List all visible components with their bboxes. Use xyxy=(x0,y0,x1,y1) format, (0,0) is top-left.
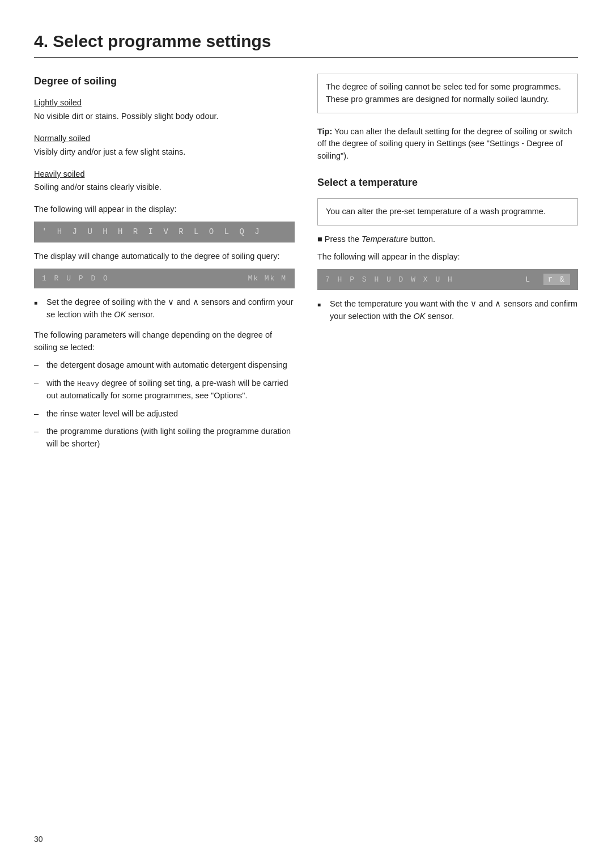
press-temperature-text: ■ Press the Temperature button. xyxy=(317,233,578,246)
page-number: 30 xyxy=(34,833,43,845)
left-column: Degree of soiling Lightly soiled No visi… xyxy=(34,74,295,456)
lightly-soiled-label: Lightly soiled xyxy=(34,97,295,109)
right-column: The degree of soiling cannot be selec te… xyxy=(317,74,578,456)
display-temp-left: 7 H P S H U D W X U H xyxy=(325,274,454,286)
soiling-info-box: The degree of soiling cannot be selec te… xyxy=(317,74,578,113)
ok-italic-1: OK xyxy=(114,310,126,319)
display-bar-temp: 7 H P S H U D W X U H L r & xyxy=(317,269,578,290)
normally-soiled-label: Normally soiled xyxy=(34,133,295,145)
tip-label: Tip: xyxy=(317,127,332,136)
lightly-soiled-block: Lightly soiled No visible dirt or stains… xyxy=(34,97,295,122)
temperature-italic: Temperature xyxy=(362,235,408,244)
normally-soiled-desc: Visibly dirty and/or just a few slight s… xyxy=(34,146,295,158)
display-bar-2: 1 R U P D O Mk Mk M xyxy=(34,269,295,289)
temp-info-box: You can alter the pre-set temperature of… xyxy=(317,198,578,225)
page-title: 4. Select programme settings xyxy=(34,28,578,54)
dash-item-3: the rinse water level will be adjusted xyxy=(34,408,295,420)
following-display-text-right: The following will appear in the display… xyxy=(317,251,578,263)
title-rule xyxy=(34,57,578,58)
dash-list: the detergent dosage amount with automat… xyxy=(34,359,295,450)
display-bar-2-right: Mk Mk M xyxy=(248,273,287,284)
degree-of-soiling-heading: Degree of soiling xyxy=(34,74,295,89)
display-temp-mid: L r & xyxy=(525,274,570,286)
tip-text: Tip: You can alter the default setting f… xyxy=(317,126,578,163)
normally-soiled-block: Normally soiled Visibly dirty and/or jus… xyxy=(34,133,295,158)
temperature-bullet-1: Set the temperature you want with the ∨ … xyxy=(317,298,578,323)
heavily-soiled-label: Heavily soiled xyxy=(34,168,295,181)
dash-item-1: the detergent dosage amount with automat… xyxy=(34,359,295,372)
two-column-layout: Degree of soiling Lightly soiled No visi… xyxy=(34,74,578,456)
display-bar-1: ' H J U H H R I V R L O L Q J xyxy=(34,222,295,242)
soiling-info-box-text: The degree of soiling cannot be selec te… xyxy=(326,82,561,104)
heavy-inline: Heavy xyxy=(77,380,99,388)
lightly-soiled-desc: No visible dirt or stains. Possibly slig… xyxy=(34,110,295,122)
following-display-text-left: The following will appear in the display… xyxy=(34,203,295,216)
dash-item-4: the programme durations (with light soil… xyxy=(34,426,295,450)
display-temp-right: r & xyxy=(543,274,570,285)
select-temperature-heading: Select a temperature xyxy=(317,175,578,190)
ok-italic-2: OK xyxy=(414,312,426,321)
change-text: The display will change automatically to… xyxy=(34,250,295,263)
heavily-soiled-block: Heavily soiled Soiling and/or stains cle… xyxy=(34,168,295,194)
display-bar-2-left: 1 R U P D O xyxy=(42,273,109,284)
temp-info-box-text: You can alter the pre-set temperature of… xyxy=(326,207,546,216)
soiling-bullet-1: Set the degree of soiling with the ∨ and… xyxy=(34,296,295,321)
params-text: The following parameters will change dep… xyxy=(34,329,295,354)
dash-item-2: with the Heavy degree of soiling set tin… xyxy=(34,377,295,402)
display-bar-1-text: ' H J U H H R I V R L O L Q J xyxy=(42,227,262,236)
heavily-soiled-desc: Soiling and/or stains clearly visible. xyxy=(34,181,295,193)
